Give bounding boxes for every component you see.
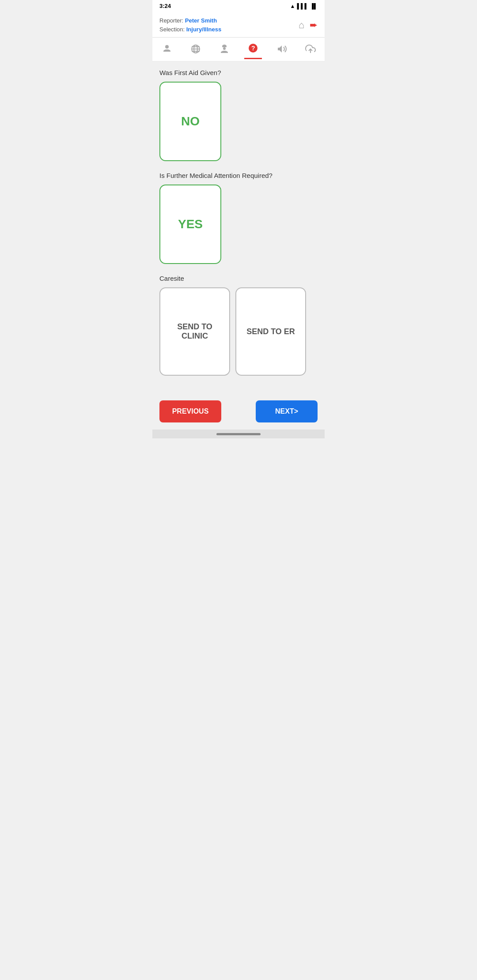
nav-tab-globe[interactable]: [187, 42, 204, 59]
signal-icon: ▌▌▌: [297, 3, 308, 9]
signal-icons: ▲ ▌▌▌ ▐▌: [290, 3, 318, 9]
megaphone-icon: [276, 44, 287, 57]
svg-point-7: [223, 47, 226, 50]
reporter-label: Reporter:: [159, 17, 183, 24]
svg-rect-6: [222, 46, 227, 47]
first-aid-no-label: NO: [181, 114, 200, 128]
send-to-er-card[interactable]: SEND TO ER: [235, 287, 306, 376]
export-icon[interactable]: ➨: [310, 19, 318, 31]
selection-label: Selection:: [159, 26, 185, 33]
selection-value: Injury/Illness: [186, 26, 221, 33]
header-info: Reporter: Peter Smith Selection: Injury/…: [159, 16, 221, 34]
medical-attention-choices: YES: [159, 185, 318, 264]
reporter-row: Reporter: Peter Smith: [159, 16, 221, 25]
wifi-icon: ▲: [290, 3, 295, 9]
home-indicator: [152, 430, 325, 438]
nav-tab-megaphone[interactable]: [273, 42, 291, 59]
send-to-er-label: SEND TO ER: [246, 327, 295, 336]
first-aid-question: Was First Aid Given?: [159, 69, 318, 76]
bottom-actions: PREVIOUS NEXT>: [152, 393, 325, 430]
medical-attention-yes-card[interactable]: YES: [159, 185, 221, 264]
svg-point-0: [165, 45, 169, 49]
header-icons: ⌂ ➨: [299, 19, 318, 31]
upload-icon: [305, 44, 316, 57]
nav-tab-person[interactable]: [158, 42, 176, 59]
send-to-clinic-label: SEND TOCLINIC: [177, 322, 212, 341]
header: Reporter: Peter Smith Selection: Injury/…: [152, 12, 325, 38]
reporter-name: Peter Smith: [185, 17, 217, 24]
nav-tab-worker[interactable]: [216, 42, 233, 59]
home-bar: [216, 433, 261, 435]
svg-text:?: ?: [251, 45, 255, 52]
selection-row: Selection: Injury/Illness: [159, 25, 221, 34]
caresite-label: Caresite: [159, 275, 318, 282]
medical-attention-question: Is Further Medical Attention Required?: [159, 172, 318, 179]
home-icon[interactable]: ⌂: [299, 19, 304, 31]
nav-tab-upload[interactable]: [302, 42, 319, 59]
globe-icon: [190, 44, 201, 57]
first-aid-choices: NO: [159, 82, 318, 161]
question-icon: ?: [248, 43, 258, 56]
medical-attention-yes-label: YES: [178, 217, 203, 231]
first-aid-no-card[interactable]: NO: [159, 82, 221, 161]
nav-tabs: ?: [152, 38, 325, 62]
main-content: Was First Aid Given? NO Is Further Medic…: [152, 62, 325, 393]
send-to-clinic-card[interactable]: SEND TOCLINIC: [159, 287, 230, 376]
nav-tab-question[interactable]: ?: [244, 41, 262, 59]
caresite-choices: SEND TOCLINIC SEND TO ER: [159, 287, 318, 376]
person-icon: [162, 44, 172, 57]
previous-button[interactable]: PREVIOUS: [159, 400, 221, 422]
time: 3:24: [159, 3, 171, 9]
battery-icon: ▐▌: [310, 3, 318, 9]
status-bar: 3:24 ▲ ▌▌▌ ▐▌: [152, 0, 325, 12]
next-button[interactable]: NEXT>: [256, 400, 318, 422]
worker-icon: [219, 44, 230, 57]
